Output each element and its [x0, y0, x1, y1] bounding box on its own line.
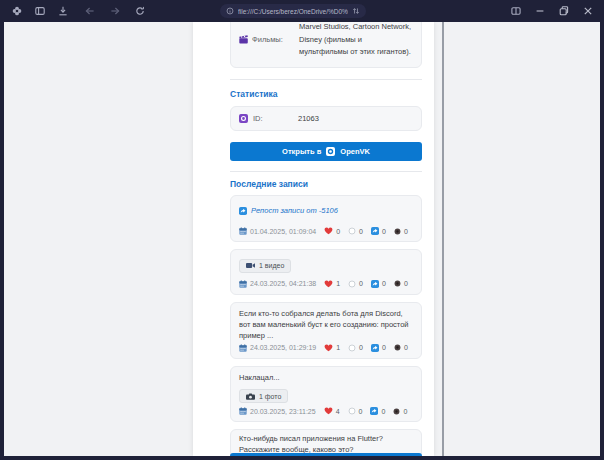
post-meta: 20.03.2025, 23:11:25 4 0 0	[239, 407, 413, 415]
repost-icon	[371, 227, 379, 235]
site-info-icon[interactable]	[226, 7, 234, 15]
post-date: 24.03.2025, 04:21:38	[250, 280, 316, 287]
post-card[interactable]: 1 видео 24.03.2025, 04:21:38 1 0	[230, 249, 422, 295]
post-date: 24.03.2025, 01:29:19	[250, 344, 316, 351]
video-icon	[246, 262, 255, 269]
heart-icon	[324, 407, 333, 415]
film-clapper-icon	[239, 35, 248, 44]
browser-logo-icon[interactable]	[8, 3, 25, 19]
reposts-stat: 0	[370, 407, 385, 415]
profile-field-card: Фильмы: Marvel Studios, Cartoon Network,…	[230, 22, 422, 68]
content-column: Фильмы: Marvel Studios, Cartoon Network,…	[193, 22, 434, 456]
close-icon[interactable]	[579, 3, 596, 19]
views-icon	[393, 408, 400, 415]
heart-icon	[324, 227, 333, 235]
reposts-stat: 0	[371, 344, 386, 352]
heart-icon	[324, 280, 333, 288]
repost-icon	[370, 407, 378, 415]
reposts-stat: 0	[371, 280, 386, 288]
post-card[interactable]: Репост записи от -5106 01.04.2025, 01:09…	[230, 195, 422, 243]
repost-link[interactable]: Репост записи от -5106	[239, 206, 338, 215]
calendar-icon	[239, 227, 247, 235]
comments-stat: 0	[348, 280, 363, 288]
browser-toolbar: file:///C:/Users/berez/OneDrive/%D0%94%D…	[0, 0, 604, 22]
id-row-card: ID: 21063	[230, 106, 422, 131]
post-meta: 01.04.2025, 01:09:04 0 0 0	[239, 227, 413, 235]
field-value-films: Marvel Studios, Cartoon Network, Disney …	[299, 22, 413, 59]
minimize-icon[interactable]	[531, 3, 548, 19]
photo-icon	[246, 393, 255, 400]
reposts-stat: 0	[371, 227, 386, 235]
address-bar[interactable]: file:///C:/Users/berez/OneDrive/%D0%94%D…	[220, 4, 366, 18]
views-icon	[394, 280, 401, 287]
views-icon	[394, 344, 401, 351]
post-date: 20.03.2025, 23:11:25	[250, 408, 316, 415]
comments-stat: 0	[348, 407, 363, 415]
comments-stat: 0	[348, 344, 363, 352]
refresh-icon[interactable]	[131, 3, 148, 19]
likes-stat: 0	[324, 227, 340, 235]
comment-icon	[348, 407, 356, 415]
views-stat: 0	[394, 344, 408, 351]
page-viewport: Фильмы: Marvel Studios, Cartoon Network,…	[4, 22, 600, 456]
repost-icon	[371, 280, 379, 288]
section-divider	[230, 171, 422, 172]
openvk-logo-icon	[326, 147, 335, 156]
views-stat: 0	[394, 280, 408, 287]
likes-stat: 4	[324, 407, 340, 415]
back-icon[interactable]	[81, 3, 98, 19]
sidebar-toggle-icon[interactable]	[31, 3, 48, 19]
cutoff-bottom-button[interactable]	[230, 453, 422, 456]
post-text: Если кто-то собрался делать бота для Dis…	[239, 308, 413, 341]
updown-arrows-icon[interactable]	[352, 7, 360, 15]
likes-stat: 1	[324, 344, 340, 352]
url-text[interactable]: file:///C:/Users/berez/OneDrive/%D0%94%D…	[238, 8, 348, 15]
id-label: ID:	[253, 114, 293, 123]
comment-icon	[348, 227, 356, 235]
post-date: 01.04.2025, 01:09:04	[250, 228, 316, 235]
restore-icon[interactable]	[555, 3, 572, 19]
repost-icon	[371, 344, 379, 352]
posts-heading: Последние записи	[230, 179, 422, 189]
post-card[interactable]: Если кто-то собрался делать бота для Dis…	[230, 302, 422, 359]
browser-window: file:///C:/Users/berez/OneDrive/%D0%94%D…	[0, 0, 604, 460]
post-card[interactable]: Кто-нибудь писал приложения на Flutter? …	[230, 429, 422, 456]
section-divider	[230, 79, 422, 80]
views-icon	[394, 228, 401, 235]
post-meta: 24.03.2025, 01:29:19 1 0 0	[239, 344, 413, 352]
comment-icon	[348, 344, 356, 352]
calendar-icon	[239, 280, 247, 288]
download-icon[interactable]	[54, 3, 71, 19]
likes-stat: 1	[324, 280, 340, 288]
post-text: Наклацал...	[239, 372, 413, 383]
views-stat: 0	[394, 228, 408, 235]
field-label-films: Фильмы:	[239, 35, 291, 44]
post-text: Кто-нибудь писал приложения на Flutter? …	[239, 433, 413, 455]
comments-stat: 0	[348, 227, 363, 235]
views-stat: 0	[393, 408, 407, 415]
id-value: 21063	[298, 114, 319, 123]
id-badge-icon	[239, 114, 248, 123]
split-screen-icon[interactable]	[507, 3, 524, 19]
post-meta: 24.03.2025, 04:21:38 1 0 0	[239, 280, 413, 288]
calendar-icon	[239, 407, 247, 415]
statistics-heading: Статистика	[230, 89, 422, 99]
forward-icon[interactable]	[106, 3, 123, 19]
repost-icon	[239, 207, 247, 215]
post-card[interactable]: Наклацал... 1 фото 20.03.2025, 23:11:25 …	[230, 366, 422, 423]
scrollbar[interactable]	[442, 22, 444, 456]
open-in-openvk-button[interactable]: Открыть в OpenVK	[230, 142, 422, 161]
attachment-badge: 1 видео	[239, 259, 291, 273]
heart-icon	[324, 344, 333, 352]
attachment-badge: 1 фото	[239, 389, 288, 403]
comment-icon	[348, 280, 356, 288]
calendar-icon	[239, 344, 247, 352]
